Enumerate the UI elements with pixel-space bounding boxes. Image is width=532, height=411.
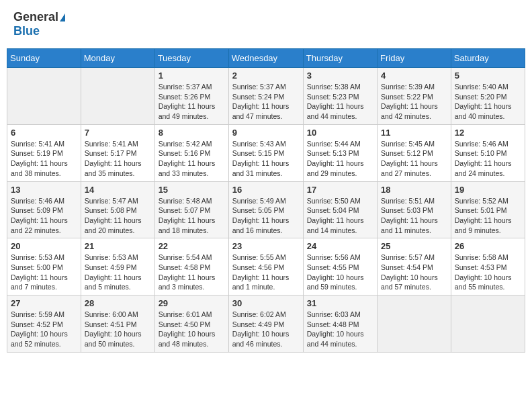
calendar-day-cell: 25Sunrise: 5:57 AMSunset: 4:54 PMDayligh… [378,238,451,295]
day-of-week-header: Monday [81,49,154,68]
calendar-day-cell: 7Sunrise: 5:41 AMSunset: 5:17 PMDaylight… [81,124,154,181]
logo: General Blue [13,10,65,38]
calendar-day-cell: 16Sunrise: 5:49 AMSunset: 5:05 PMDayligh… [228,181,303,238]
logo-icon [60,13,65,21]
day-number: 6 [11,128,77,138]
day-info: Sunrise: 5:53 AMSunset: 4:59 PMDaylight:… [85,253,151,292]
calendar-day-cell: 10Sunrise: 5:44 AMSunset: 5:13 PMDayligh… [303,124,377,181]
calendar-week-row: 20Sunrise: 5:53 AMSunset: 5:00 PMDayligh… [7,238,525,295]
day-info: Sunrise: 5:59 AMSunset: 4:52 PMDaylight:… [11,310,77,349]
calendar-day-cell: 3Sunrise: 5:38 AMSunset: 5:23 PMDaylight… [303,68,377,125]
day-number: 10 [307,128,373,138]
day-info: Sunrise: 5:49 AMSunset: 5:05 PMDaylight:… [232,196,300,236]
day-number: 28 [85,298,151,308]
calendar-day-cell: 23Sunrise: 5:55 AMSunset: 4:56 PMDayligh… [228,238,303,295]
day-info: Sunrise: 5:42 AMSunset: 5:16 PMDaylight:… [159,139,225,179]
day-of-week-header: Friday [378,49,451,68]
day-number: 24 [307,241,373,251]
day-of-week-header: Thursday [303,49,377,68]
logo-blue-text: Blue [13,24,40,38]
calendar-week-row: 1Sunrise: 5:37 AMSunset: 5:26 PMDaylight… [7,68,525,125]
day-info: Sunrise: 5:55 AMSunset: 4:56 PMDaylight:… [232,253,300,292]
day-info: Sunrise: 5:48 AMSunset: 5:07 PMDaylight:… [159,196,225,236]
day-of-week-header: Saturday [451,49,525,68]
calendar-day-cell: 17Sunrise: 5:50 AMSunset: 5:04 PMDayligh… [303,181,377,238]
day-number: 29 [159,298,225,308]
day-of-week-header: Sunday [7,49,81,68]
day-info: Sunrise: 5:43 AMSunset: 5:15 PMDaylight:… [232,139,300,179]
day-number: 5 [455,71,521,81]
day-info: Sunrise: 5:54 AMSunset: 4:58 PMDaylight:… [159,253,225,292]
day-of-week-header: Wednesday [228,49,303,68]
calendar-week-row: 13Sunrise: 5:46 AMSunset: 5:09 PMDayligh… [7,181,525,238]
calendar-day-cell [81,68,154,125]
day-number: 8 [159,128,225,138]
day-number: 16 [232,185,300,195]
day-info: Sunrise: 5:45 AMSunset: 5:12 PMDaylight:… [381,139,447,179]
calendar-day-cell: 26Sunrise: 5:58 AMSunset: 4:53 PMDayligh… [451,238,525,295]
day-number: 18 [381,185,447,195]
calendar-day-cell: 1Sunrise: 5:37 AMSunset: 5:26 PMDaylight… [154,68,228,125]
calendar-week-row: 27Sunrise: 5:59 AMSunset: 4:52 PMDayligh… [7,295,525,353]
day-number: 23 [232,241,300,251]
calendar-day-cell: 14Sunrise: 5:47 AMSunset: 5:08 PMDayligh… [81,181,154,238]
calendar-day-cell: 18Sunrise: 5:51 AMSunset: 5:03 PMDayligh… [378,181,451,238]
calendar-day-cell: 22Sunrise: 5:54 AMSunset: 4:58 PMDayligh… [154,238,228,295]
calendar-day-cell: 8Sunrise: 5:42 AMSunset: 5:16 PMDaylight… [154,124,228,181]
calendar-day-cell [7,68,81,125]
day-number: 3 [307,71,373,81]
calendar-day-cell: 13Sunrise: 5:46 AMSunset: 5:09 PMDayligh… [7,181,81,238]
day-number: 17 [307,185,373,195]
day-number: 27 [11,298,77,308]
calendar-day-cell: 28Sunrise: 6:00 AMSunset: 4:51 PMDayligh… [81,295,154,353]
calendar-day-cell: 30Sunrise: 6:02 AMSunset: 4:49 PMDayligh… [228,295,303,353]
day-info: Sunrise: 5:44 AMSunset: 5:13 PMDaylight:… [307,139,373,179]
day-info: Sunrise: 5:50 AMSunset: 5:04 PMDaylight:… [307,196,373,236]
day-number: 19 [455,185,521,195]
calendar-day-cell: 5Sunrise: 5:40 AMSunset: 5:20 PMDaylight… [451,68,525,125]
day-number: 30 [232,298,300,308]
calendar-day-cell: 31Sunrise: 6:03 AMSunset: 4:48 PMDayligh… [303,295,377,353]
day-number: 7 [85,128,151,138]
calendar-day-cell: 15Sunrise: 5:48 AMSunset: 5:07 PMDayligh… [154,181,228,238]
day-info: Sunrise: 5:46 AMSunset: 5:10 PMDaylight:… [455,139,521,179]
logo-general-text: General [13,10,58,24]
day-info: Sunrise: 5:38 AMSunset: 5:23 PMDaylight:… [307,82,373,122]
day-info: Sunrise: 6:00 AMSunset: 4:51 PMDaylight:… [85,310,151,349]
calendar-table: SundayMondayTuesdayWednesdayThursdayFrid… [7,48,525,353]
day-info: Sunrise: 5:57 AMSunset: 4:54 PMDaylight:… [381,253,447,292]
day-info: Sunrise: 5:39 AMSunset: 5:22 PMDaylight:… [381,82,447,122]
day-info: Sunrise: 5:51 AMSunset: 5:03 PMDaylight:… [381,196,447,236]
page-header: General Blue [7,7,525,42]
day-number: 13 [11,185,77,195]
day-info: Sunrise: 5:41 AMSunset: 5:17 PMDaylight:… [85,139,151,179]
calendar-day-cell: 4Sunrise: 5:39 AMSunset: 5:22 PMDaylight… [378,68,451,125]
day-info: Sunrise: 6:02 AMSunset: 4:49 PMDaylight:… [232,310,300,349]
day-number: 25 [381,241,447,251]
day-info: Sunrise: 5:40 AMSunset: 5:20 PMDaylight:… [455,82,521,122]
calendar-day-cell: 2Sunrise: 5:37 AMSunset: 5:24 PMDaylight… [228,68,303,125]
day-number: 21 [85,241,151,251]
day-number: 20 [11,241,77,251]
day-number: 15 [159,185,225,195]
day-info: Sunrise: 5:52 AMSunset: 5:01 PMDaylight:… [455,196,521,236]
calendar-day-cell: 29Sunrise: 6:01 AMSunset: 4:50 PMDayligh… [154,295,228,353]
day-number: 9 [232,128,300,138]
day-number: 11 [381,128,447,138]
day-info: Sunrise: 5:37 AMSunset: 5:26 PMDaylight:… [159,82,225,122]
calendar-day-cell [378,295,451,353]
calendar-day-cell: 12Sunrise: 5:46 AMSunset: 5:10 PMDayligh… [451,124,525,181]
day-info: Sunrise: 5:46 AMSunset: 5:09 PMDaylight:… [11,196,77,236]
day-number: 31 [307,298,373,308]
day-info: Sunrise: 5:58 AMSunset: 4:53 PMDaylight:… [455,253,521,292]
day-number: 26 [455,241,521,251]
day-info: Sunrise: 5:53 AMSunset: 5:00 PMDaylight:… [11,253,77,292]
calendar-day-cell: 20Sunrise: 5:53 AMSunset: 5:00 PMDayligh… [7,238,81,295]
day-number: 4 [381,71,447,81]
calendar-week-row: 6Sunrise: 5:41 AMSunset: 5:19 PMDaylight… [7,124,525,181]
calendar-day-cell: 9Sunrise: 5:43 AMSunset: 5:15 PMDaylight… [228,124,303,181]
calendar-day-cell [451,295,525,353]
calendar-day-cell: 27Sunrise: 5:59 AMSunset: 4:52 PMDayligh… [7,295,81,353]
calendar-day-cell: 6Sunrise: 5:41 AMSunset: 5:19 PMDaylight… [7,124,81,181]
day-number: 22 [159,241,225,251]
